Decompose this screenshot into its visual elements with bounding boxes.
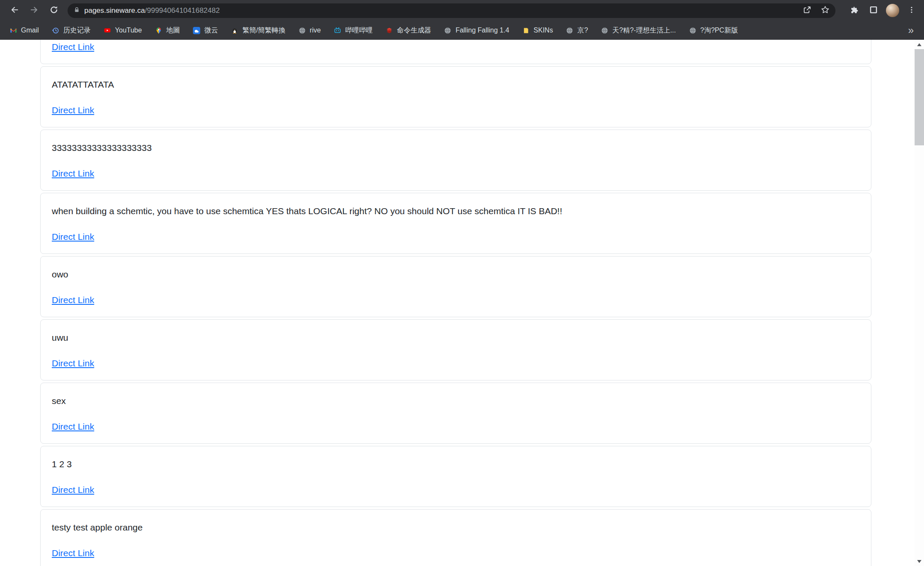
direct-link[interactable]: Direct Link	[52, 295, 94, 305]
bookmark-item[interactable]: 天?精?-理想生活上...	[601, 26, 676, 35]
message-text: testy test apple orange	[52, 522, 860, 532]
url-host: pages.sineware.ca	[84, 6, 145, 15]
direct-link[interactable]: Direct Link	[52, 485, 94, 495]
message-card: uwu Direct Link	[40, 319, 871, 380]
kebab-menu-icon	[908, 6, 915, 15]
forward-icon	[30, 5, 39, 16]
message-text: 33333333333333333333	[52, 143, 860, 153]
extensions-button[interactable]	[848, 4, 861, 17]
puzzle-icon	[850, 6, 859, 16]
message-text: 1 2 3	[52, 459, 860, 469]
page-content: Direct Link ATATATTATATA Direct Link 333…	[0, 40, 924, 566]
scrollbar-thumb[interactable]	[915, 49, 924, 145]
maps-icon	[155, 27, 163, 34]
yellow-doc-icon	[522, 27, 530, 34]
message-text: uwu	[52, 333, 860, 342]
scroll-down-icon	[917, 560, 921, 563]
message-card: owo Direct Link	[40, 256, 871, 317]
message-text: owo	[52, 269, 860, 279]
bookmark-item[interactable]: 京?	[566, 26, 588, 35]
globe-icon	[566, 27, 574, 34]
direct-link[interactable]: Direct Link	[52, 422, 94, 432]
browser-menu-button[interactable]	[905, 4, 918, 17]
back-icon	[10, 5, 19, 16]
message-card: ATATATTATATA Direct Link	[40, 66, 871, 127]
youtube-icon	[104, 27, 111, 34]
message-card-list: Direct Link ATATATTATATA Direct Link 333…	[40, 40, 871, 566]
red-stack-icon	[385, 27, 393, 34]
bookmark-item[interactable]: rive	[298, 27, 321, 34]
direct-link[interactable]: Direct Link	[52, 168, 94, 179]
back-button[interactable]	[9, 5, 21, 17]
message-card: sex Direct Link	[40, 383, 871, 444]
scroll-up-icon	[917, 43, 921, 46]
message-text: sex	[52, 396, 860, 406]
reload-icon	[49, 5, 59, 16]
gmail-icon	[9, 27, 17, 34]
direct-link[interactable]: Direct Link	[52, 548, 94, 558]
direct-link[interactable]: Direct Link	[52, 232, 94, 242]
message-card: 1 2 3 Direct Link	[40, 446, 871, 507]
message-card: 33333333333333333333 Direct Link	[40, 130, 871, 191]
share-button[interactable]	[803, 6, 811, 16]
profile-avatar[interactable]	[886, 4, 899, 17]
bookmark-item[interactable]: Falling Falling 1.4	[444, 27, 509, 34]
side-panel-button[interactable]	[867, 4, 880, 17]
bookmark-item[interactable]: 微云	[193, 26, 218, 35]
direct-link[interactable]: Direct Link	[52, 105, 94, 115]
bookmark-item[interactable]: 繁簡/簡繁轉換	[231, 26, 285, 35]
bookmark-item[interactable]: 地圖	[155, 26, 180, 35]
bookmark-item[interactable]: 历史记录	[52, 26, 91, 35]
message-card: Direct Link	[40, 40, 871, 64]
bookmark-item[interactable]: 哔哩哔哩	[334, 26, 373, 35]
url-path: /999940641041682482	[145, 6, 220, 15]
globe-icon	[689, 27, 696, 34]
bookmark-item[interactable]: Gmail	[9, 27, 39, 34]
bookmark-item[interactable]: ?淘?PC新版	[689, 26, 738, 35]
bookmark-star-button[interactable]	[821, 6, 829, 16]
bookmarks-overflow-chevron[interactable]: »	[908, 25, 914, 35]
address-bar[interactable]: pages.sineware.ca/999940641041682482	[68, 3, 835, 18]
scroll-down-button[interactable]	[915, 557, 924, 566]
browser-toolbar: pages.sineware.ca/999940641041682482	[0, 0, 924, 21]
bookmark-item[interactable]: YouTube	[104, 27, 142, 34]
message-text: ATATATTATATA	[52, 80, 860, 89]
reload-button[interactable]	[48, 5, 60, 17]
message-card: testy test apple orange Direct Link	[40, 509, 871, 566]
bookmark-item[interactable]: 命令生成器	[385, 26, 431, 35]
message-card: when building a schemtic, you have to us…	[40, 193, 871, 254]
bookmarks-bar: Gmail 历史记录 YouTube 地圖 微云 繁簡/簡繁轉換 rive 哔哩…	[0, 21, 924, 40]
globe-icon	[601, 27, 609, 34]
forward-button[interactable]	[28, 5, 40, 17]
message-text: when building a schemtic, you have to us…	[52, 206, 860, 216]
scroll-up-button[interactable]	[915, 40, 924, 49]
lock-icon[interactable]	[74, 6, 80, 15]
globe-icon	[298, 27, 306, 34]
globe-icon	[444, 27, 452, 34]
bilibili-icon	[334, 27, 341, 34]
direct-link[interactable]: Direct Link	[52, 358, 94, 368]
direct-link[interactable]: Direct Link	[52, 42, 94, 52]
penguin-icon	[231, 27, 239, 34]
side-panel-icon	[869, 6, 878, 16]
scrollbar[interactable]	[915, 40, 924, 566]
bookmark-item[interactable]: SKINs	[522, 27, 553, 34]
weiyun-icon	[193, 27, 201, 34]
history-icon	[52, 27, 59, 34]
